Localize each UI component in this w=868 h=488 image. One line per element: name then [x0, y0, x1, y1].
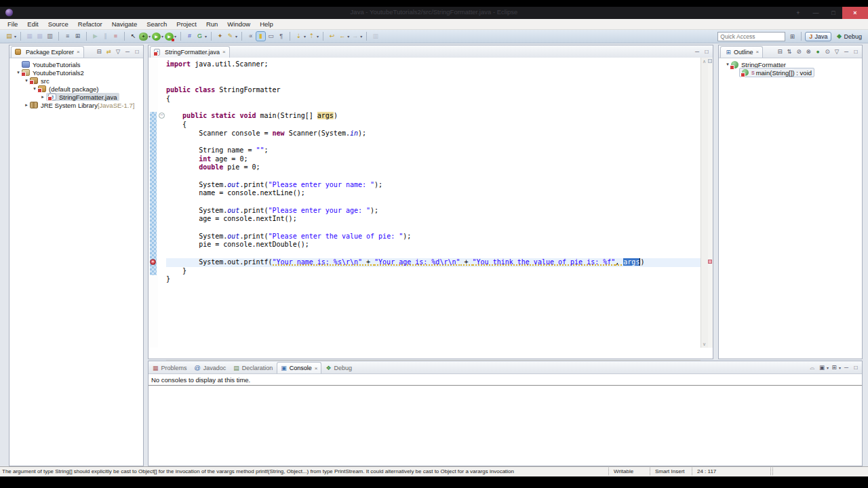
tree-item--default-package-[interactable]: ▾(default package)	[9, 85, 143, 93]
previous-annotation-dropdown[interactable]: ▾	[317, 34, 319, 39]
back-history-icon[interactable]: ←	[338, 32, 347, 41]
code-line-21[interactable]: System.out.print("Please enter the value…	[166, 232, 701, 241]
hide-static-members-icon[interactable]: ⊗	[804, 48, 812, 55]
code-line-4[interactable]: public class StringFormatter	[166, 86, 701, 95]
code-line-14[interactable]	[166, 172, 701, 181]
fold-collapse-icon[interactable]: −	[159, 113, 165, 119]
code-line-5[interactable]: {	[166, 95, 701, 104]
forward-history-dropdown[interactable]: ▾	[360, 34, 362, 39]
code-line-26[interactable]: }	[166, 275, 701, 284]
debug-bug-dropdown[interactable]: ▾	[149, 34, 151, 39]
open-console-icon[interactable]: ⊞	[830, 364, 838, 371]
editor-left-ruler[interactable]: ×	[149, 58, 158, 348]
hide-non-public-icon[interactable]: ●	[814, 48, 822, 55]
sort-icon[interactable]: ⇅	[785, 48, 793, 55]
minimize-icon[interactable]: ─	[693, 48, 701, 55]
code-line-15[interactable]: System.out.print("Please enter your name…	[166, 181, 701, 190]
code-line-13[interactable]: double pie = 0;	[166, 163, 701, 172]
java-search-icon[interactable]: ✎	[226, 32, 235, 41]
show-whitespace-icon[interactable]: ¶	[277, 32, 285, 41]
quick-access-input[interactable]	[717, 32, 785, 41]
code-line-12[interactable]: int age = 0;	[166, 155, 701, 164]
toggle-breakpoints-icon[interactable]: #	[185, 32, 194, 41]
code-line-8[interactable]: {	[166, 121, 701, 129]
expander-icon[interactable]: ▸	[23, 102, 30, 108]
outline-tab[interactable]: ⊞ Outline ×	[720, 46, 763, 58]
collapse-all-icon[interactable]: ⊟	[776, 48, 784, 55]
run-external-dropdown[interactable]: ▾	[174, 34, 176, 39]
new-wizard-icon[interactable]: ▤	[5, 32, 14, 41]
view-menu-icon[interactable]: ▽	[114, 48, 122, 55]
code-line-16[interactable]: name = console.nextLine();	[166, 189, 701, 198]
maximize-button[interactable]: □	[825, 7, 842, 19]
vertical-scrollbar[interactable]: ∧ ∨	[701, 58, 708, 348]
tab-problems[interactable]: ▦Problems	[149, 363, 191, 373]
tab-declaration[interactable]: ▤Declaration	[230, 363, 276, 373]
code-line-10[interactable]	[166, 138, 701, 146]
code-line-7[interactable]: public static void main(String[] args)	[166, 112, 701, 121]
pin-console-icon[interactable]: ⌓	[808, 364, 816, 371]
coverage-dropdown[interactable]: ▾	[205, 34, 207, 39]
tree-item-src[interactable]: ▾src	[9, 77, 143, 85]
maximize-icon[interactable]: □	[133, 48, 141, 55]
code-line-23[interactable]	[166, 249, 701, 258]
tab-close-icon[interactable]: ×	[315, 365, 318, 371]
maximize-icon[interactable]: □	[852, 48, 860, 55]
coverage-icon[interactable]: G	[195, 32, 204, 41]
hide-fields-icon[interactable]: ⊘	[795, 48, 803, 55]
new-java-element-icon[interactable]: ✦	[216, 32, 224, 41]
scroll-up-icon[interactable]: ∧	[701, 58, 707, 65]
menu-project[interactable]: Project	[172, 20, 201, 28]
overview-ruler[interactable]	[708, 58, 713, 348]
next-annotation-dropdown[interactable]: ▾	[304, 34, 306, 39]
close-view-icon[interactable]: ×	[756, 49, 760, 55]
run-external-icon[interactable]: ▶	[165, 33, 174, 41]
last-edit-location-icon[interactable]: ↩	[328, 32, 336, 41]
code-line-2[interactable]	[166, 69, 701, 78]
externalize-strings-icon[interactable]: ∝	[246, 32, 255, 41]
code-line-9[interactable]: Scanner console = new Scanner(System.in)…	[166, 129, 701, 138]
maximize-icon[interactable]: □	[703, 48, 711, 55]
window-extra-button[interactable]: +	[789, 7, 807, 19]
show-selected-element-icon[interactable]: ▭	[267, 32, 275, 41]
menu-source[interactable]: Source	[43, 20, 73, 28]
open-perspective-icon[interactable]: ⊞	[788, 33, 796, 40]
minimize-icon[interactable]: ─	[842, 364, 850, 371]
tree-item-youtubetutorials2[interactable]: ▾YoutubeTutorials2	[9, 68, 143, 77]
view-menu-icon[interactable]: ▽	[833, 48, 841, 55]
selection-cursor-icon[interactable]: ↖	[129, 32, 138, 41]
mark-occurrences-icon[interactable]: ▮	[256, 32, 265, 41]
menu-navigate[interactable]: Navigate	[107, 20, 142, 28]
code-line-1[interactable]: import java.util.Scanner;	[166, 60, 701, 69]
open-console-dropdown[interactable]: ▾	[839, 365, 841, 370]
code-area[interactable]: import java.util.Scanner;public class St…	[166, 58, 701, 350]
minimize-button[interactable]: —	[807, 7, 825, 19]
scroll-down-icon[interactable]: ∨	[701, 340, 707, 348]
code-line-25[interactable]: }	[166, 267, 701, 276]
editor-tab-close-icon[interactable]: ×	[222, 49, 226, 55]
perspective-debug-button[interactable]: ❖Debug	[833, 33, 865, 41]
link-with-editor-icon[interactable]: ⇄	[104, 48, 113, 55]
run-icon[interactable]: ▶	[152, 33, 161, 41]
code-line-20[interactable]	[166, 224, 701, 232]
menu-run[interactable]: Run	[201, 20, 222, 28]
display-selected-console-icon[interactable]: ▣	[818, 364, 826, 371]
tab-debug[interactable]: ❖Debug	[322, 363, 355, 373]
menu-search[interactable]: Search	[142, 20, 172, 28]
code-line-11[interactable]: String name = "";	[166, 146, 701, 155]
menu-refactor[interactable]: Refactor	[73, 20, 107, 28]
tree-item-main-string-void[interactable]: Smain(String[]) : void	[719, 68, 862, 77]
code-line-24[interactable]: System.out.printf("Your name is: %s\r\n"…	[166, 258, 701, 267]
display-selected-console-dropdown[interactable]: ▾	[827, 365, 829, 370]
expander-icon[interactable]: ▸	[39, 94, 46, 100]
open-task-icon[interactable]: ≡	[63, 32, 72, 41]
code-line-3[interactable]	[166, 77, 701, 86]
tab-javadoc[interactable]: @Javadoc	[191, 363, 230, 373]
collapse-all-icon[interactable]: ⊟	[95, 48, 103, 55]
close-button[interactable]: ×	[842, 7, 868, 19]
menu-help[interactable]: Help	[255, 20, 278, 28]
editor-tab-stringformatter[interactable]: J StringFormatter.java ×	[150, 46, 230, 58]
minimize-icon[interactable]: ─	[842, 48, 850, 55]
menu-window[interactable]: Window	[222, 20, 255, 28]
tree-item-stringformatter-java[interactable]: ▸JStringFormatter.java	[9, 93, 143, 101]
